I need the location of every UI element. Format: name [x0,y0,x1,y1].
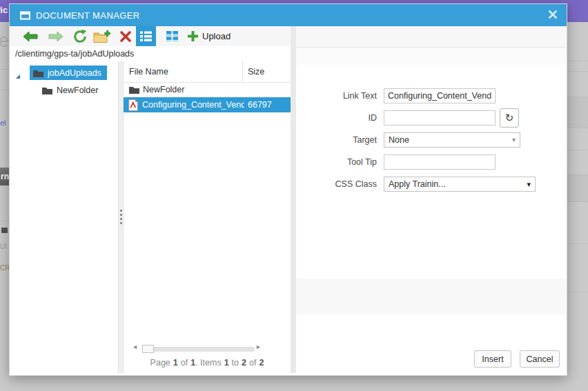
scroll-left-icon[interactable]: ◄ [132,343,138,350]
thumbnails-view-button[interactable] [162,26,182,46]
scroll-right-icon[interactable]: ► [255,343,262,350]
tool-tip-input[interactable] [384,154,496,170]
tree-item-jobaduploads[interactable]: jobAdUploads [10,66,118,80]
column-separator [242,61,243,82]
horizontal-scrollbar-thumb[interactable] [142,345,154,353]
cancel-button[interactable]: Cancel [520,350,560,368]
target-row: Target None ▾ [296,131,567,149]
target-dropdown[interactable]: None ▾ [384,132,520,148]
file-list-panel: File Name Size NewFolder Configuring_Con… [124,61,291,373]
upload-label: Upload [202,31,231,41]
forward-arrow-icon[interactable] [46,26,65,46]
properties-sub-strip [296,48,567,65]
link-text-label: Link Text [296,91,384,101]
file-list-header: File Name Size [124,61,291,83]
chevron-down-icon: ▾ [527,180,531,189]
css-class-dropdown[interactable]: Apply Trainin... ▾ [384,177,536,192]
window-icon [20,10,30,23]
column-header-filename[interactable]: File Name [129,67,168,77]
id-input[interactable] [384,110,496,126]
tool-tip-row: Tool Tip [296,153,567,171]
new-folder-icon[interactable] [91,26,112,46]
background-fragment-ui: UI [0,243,7,250]
folder-icon [33,69,43,77]
document-manager-dialog: DOCUMENT MANAGER Upload [9,3,567,376]
background-divider [0,69,9,70]
tree-splitter[interactable] [118,61,124,373]
target-label: Target [296,135,384,145]
pager-status: Page1of1. Items1to2of2 [124,358,291,368]
link-text-row: Link Text [296,87,567,105]
file-row-newfolder[interactable]: NewFolder [124,83,291,97]
dialog-titlebar[interactable]: DOCUMENT MANAGER [10,4,567,26]
folder-tree-panel: jobAdUploads NewFolder [10,61,118,373]
background-top-text: fic [0,5,8,15]
properties-lower-strip [296,279,567,314]
tree-item-newfolder[interactable]: NewFolder [42,83,98,97]
horizontal-scrollbar-track[interactable] [142,347,255,352]
file-row-selected-pdf[interactable]: Configuring_Content_Vendo 66797 [124,97,291,112]
background-divider [0,221,9,221]
current-path: /clientimg/gps-ta/jobAdUploads [15,49,134,59]
folder-icon [129,86,139,94]
id-row: ID ↻ [296,109,567,127]
delete-icon[interactable] [116,26,135,46]
column-header-size[interactable]: Size [248,67,264,77]
background-mini-icon [1,228,8,233]
background-fragment-link: el [0,119,6,127]
close-icon[interactable] [548,10,560,22]
splitter-grip [120,210,122,226]
css-class-label: CSS Class [296,179,384,189]
properties-splitter[interactable] [291,26,296,373]
folder-icon [42,86,52,94]
refresh-icon[interactable] [70,26,90,46]
upload-button[interactable]: Upload [186,26,232,46]
id-label: ID [296,113,384,123]
background-right-rows [567,22,588,391]
list-view-button[interactable] [136,26,156,46]
toolbar: Upload [10,26,291,47]
chevron-down-icon: ▾ [512,136,516,143]
link-properties-panel: Link Text ID ↻ Target None ▾ Tool Tip CS… [296,26,567,373]
background-divider [0,90,9,90]
tree-item-selected[interactable]: jobAdUploads [30,66,107,80]
background-fragment-re: re [0,30,9,52]
properties-top-strip [296,26,567,48]
refresh-glyph-icon: ↻ [505,112,514,124]
path-bar: /clientimg/gps-ta/jobAdUploads [10,46,291,62]
plus-icon [188,31,198,41]
pdf-file-icon [128,99,138,111]
tree-expand-icon[interactable] [15,70,21,82]
list-view-icon [140,31,152,41]
id-generate-button[interactable]: ↻ [500,108,519,128]
css-class-row: CSS Class Apply Trainin... ▾ [296,175,567,193]
dialog-title: DOCUMENT MANAGER [36,10,140,21]
insert-button[interactable]: Insert [474,350,511,368]
thumbnails-view-icon [166,31,178,41]
back-arrow-icon[interactable] [21,26,40,46]
tool-tip-label: Tool Tip [296,157,384,167]
link-text-input[interactable] [384,88,496,103]
